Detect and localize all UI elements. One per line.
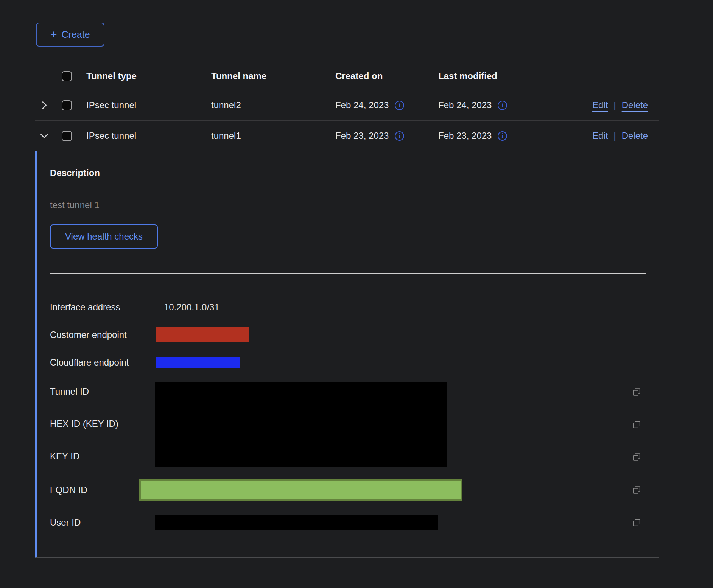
key-id-label: KEY ID [50,450,79,462]
action-separator: | [613,100,616,110]
copy-icon[interactable] [631,452,642,462]
action-separator: | [613,131,616,141]
customer-endpoint-label: Customer endpoint [50,329,156,341]
hex-id-label: HEX ID (KEY ID) [50,418,118,430]
column-header-last-modified: Last modified [438,71,537,81]
copy-icon[interactable] [631,387,642,397]
interface-address-value: 10.200.1.0/31 [164,302,220,313]
tunnel-type-cell: IPsec tunnel [86,131,211,141]
tunnel-name-cell: tunnel1 [211,131,335,141]
created-on-cell: Feb 23, 2023 [335,131,389,141]
chevron-right-icon[interactable] [39,100,50,110]
info-icon[interactable]: i [498,101,507,110]
last-modified-cell: Feb 24, 2023 [438,100,492,110]
description-label: Description [50,167,646,179]
created-on-cell: Feb 24, 2023 [335,100,389,110]
info-icon[interactable]: i [498,131,507,141]
chevron-down-icon[interactable] [39,131,50,141]
view-health-checks-button[interactable]: View health checks [50,224,158,249]
cloudflare-endpoint-label: Cloudflare endpoint [50,356,156,369]
edit-link[interactable]: Edit [592,131,608,141]
interface-address-label: Interface address [50,301,164,313]
tunnels-table: Tunnel type Tunnel name Created on Last … [35,62,659,151]
id-values-redacted-block [155,382,447,467]
info-icon[interactable]: i [395,131,404,141]
copy-icon[interactable] [631,485,642,495]
last-modified-cell: Feb 23, 2023 [438,131,492,141]
fqdn-id-redacted-value [139,479,462,501]
customer-endpoint-row: Customer endpoint [50,327,646,342]
column-header-tunnel-type: Tunnel type [86,71,211,81]
panel-divider [50,273,646,274]
customer-endpoint-redacted-value [156,327,249,342]
column-header-created-on: Created on [335,71,438,81]
delete-link[interactable]: Delete [622,131,648,141]
user-id-redacted-value [155,515,438,530]
edit-link[interactable]: Edit [592,100,608,110]
fqdn-id-label: FQDN ID [50,484,139,496]
interface-address-row: Interface address 10.200.1.0/31 [50,301,646,313]
copy-icon[interactable] [631,419,642,430]
description-value: test tunnel 1 [50,199,646,211]
column-header-tunnel-name: Tunnel name [211,71,335,81]
create-button[interactable]: + Create [36,23,104,47]
table-row: IPsec tunnel tunnel2 Feb 24, 2023 i Feb … [35,90,659,121]
delete-link[interactable]: Delete [622,100,648,110]
plus-icon: + [50,29,57,40]
info-icon[interactable]: i [395,101,404,110]
user-id-row: User ID [50,515,646,530]
user-id-label: User ID [50,516,155,529]
cloudflare-endpoint-row: Cloudflare endpoint [50,357,646,368]
fqdn-id-row: FQDN ID [50,479,646,501]
tunnel-type-cell: IPsec tunnel [86,100,211,110]
row-checkbox[interactable] [62,100,72,110]
copy-icon[interactable] [631,517,642,528]
cloudflare-endpoint-redacted-value [156,357,240,368]
tunnel-id-label: Tunnel ID [50,386,89,398]
tunnel-name-cell: tunnel2 [211,100,335,110]
row-checkbox[interactable] [62,131,72,141]
table-header-row: Tunnel type Tunnel name Created on Last … [35,62,659,90]
tunnel-detail-panel: Description test tunnel 1 View health ch… [35,151,659,558]
id-fields-group: Tunnel ID HEX ID (KEY ID) KEY ID [50,382,646,467]
create-button-label: Create [62,29,90,40]
select-all-checkbox[interactable] [62,71,72,81]
table-row: IPsec tunnel tunnel1 Feb 23, 2023 i Feb … [35,121,659,151]
